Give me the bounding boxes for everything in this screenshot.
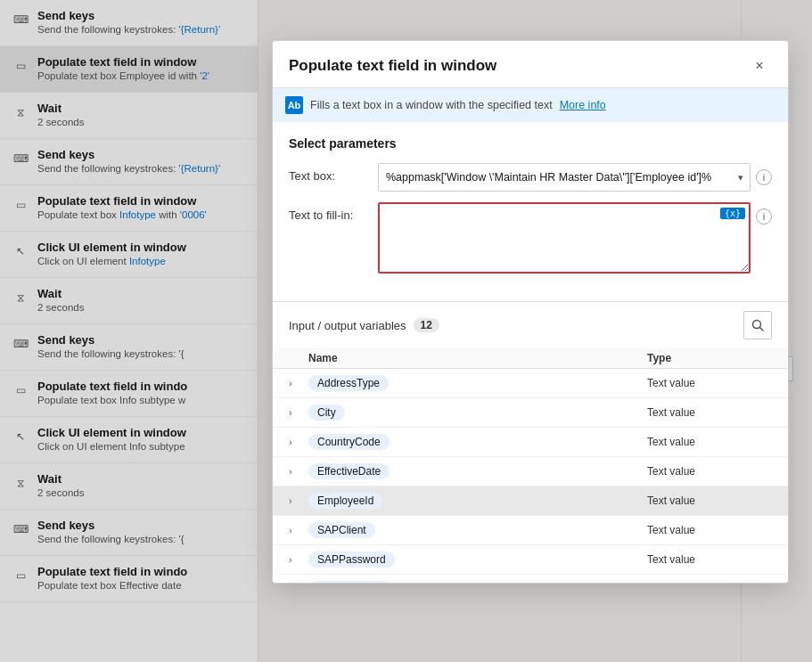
variables-table-header: Name Type [273,348,788,369]
text-fill-input[interactable] [378,202,750,274]
textbox-row: Text box: %appmask['Window \'Maintain HR… [289,163,772,192]
variable-row-employeeid[interactable]: ›EmployeeIdText value [273,486,788,516]
select-params-title: Select parameters [289,136,772,151]
variable-row-city[interactable]: ›CityText value [273,398,788,428]
name-col-header: Name [308,352,647,364]
variable-row-sappassword[interactable]: ›SAPPasswordText value [273,545,788,575]
variable-name-tag[interactable]: SAPSystemId [308,581,392,583]
expand-icon: › [289,554,308,565]
populate-text-dialog: Populate text field in window × Ab Fills… [272,40,789,584]
info-bar: Ab Fills a text box in a window with the… [273,88,788,122]
variable-row-countrycode[interactable]: ›CountryCodeText value [273,428,788,457]
textbox-select[interactable]: %appmask['Window \'Maintain HR Master Da… [378,163,750,192]
modal-body: Select parameters Text box: %appmask['Wi… [273,122,788,301]
text-fill-control: {x} [378,202,750,276]
var-badge[interactable]: {x} [720,208,745,219]
variables-header: Input / output variables 12 [273,302,788,348]
text-fill-row: Text to fill-in: {x} i [289,202,772,276]
svg-line-1 [760,328,764,331]
variable-name-tag[interactable]: SAPClient [308,522,375,538]
close-button[interactable]: × [747,53,772,78]
expand-icon: › [289,437,308,447]
text-fill-info-icon[interactable]: i [756,208,772,225]
expand-icon: › [289,378,308,388]
textbox-control: %appmask['Window \'Maintain HR Master Da… [378,163,750,192]
variables-list: ›AddressTypeText value›CityText value›Co… [273,369,788,583]
expand-icon: › [289,466,308,477]
variable-name-tag[interactable]: EffectiveDate [308,463,390,479]
variable-name-tag[interactable]: City [308,405,345,421]
variables-label: Input / output variables [289,319,406,332]
variable-type: Text value [647,494,772,507]
variable-row-sapsystemid[interactable]: ›SAPSystemIdText value [273,575,788,583]
variable-name-tag[interactable]: SAPPassword [308,552,395,568]
variable-type: Text value [647,524,772,536]
variable-type: Text value [647,406,772,419]
expand-icon: › [289,495,308,506]
modal-header: Populate text field in window × [273,41,788,88]
more-info-link[interactable]: More info [560,99,606,111]
expand-icon: › [289,525,308,535]
modal-title: Populate text field in window [289,57,496,75]
variable-row-addresstype[interactable]: ›AddressTypeText value [273,369,788,398]
variable-type: Text value [647,553,772,566]
text-fill-label: Text to fill-in: [289,202,378,222]
variable-name-tag[interactable]: AddressType [308,375,389,391]
variable-type: Text value [647,465,772,478]
info-text: Fills a text box in a window with the sp… [310,99,553,111]
variable-name-tag[interactable]: EmployeeId [308,493,382,509]
variable-type: Text value [647,377,772,389]
variables-count: 12 [414,318,439,332]
variable-name-tag[interactable]: CountryCode [308,434,390,450]
search-icon [751,319,764,331]
textbox-label: Text box: [289,163,378,183]
info-icon: Ab [285,96,303,114]
variable-type: Text value [647,436,772,448]
variable-row-sapclient[interactable]: ›SAPClientText value [273,516,788,545]
variable-row-effectivedate[interactable]: ›EffectiveDateText value [273,457,788,486]
textbox-info-icon[interactable]: i [756,169,772,185]
expand-icon: › [289,407,308,418]
type-col-header: Type [647,352,772,364]
variables-search-button[interactable] [743,311,772,339]
expand-col-header [289,352,308,364]
variables-section: Input / output variables 12 Name Type ›A… [273,301,788,583]
